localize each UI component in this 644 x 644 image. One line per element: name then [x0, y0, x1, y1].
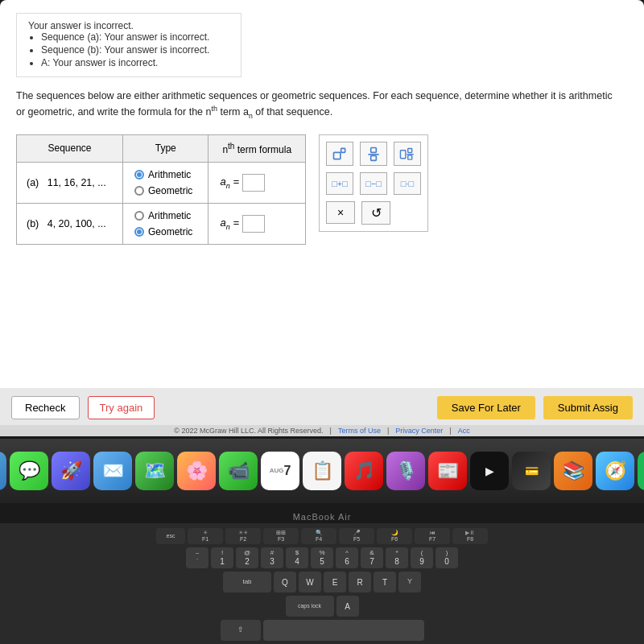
error-box: Your answer is incorrect. Sequence (a): …	[16, 13, 242, 77]
key-y[interactable]: YY	[398, 572, 421, 592]
seq-label-b: (b) 4, 20, 100, ...	[17, 203, 123, 244]
instructions: The sequences below are either arithmeti…	[16, 89, 628, 122]
key-1[interactable]: !1	[211, 547, 233, 568]
radio-geometric-a[interactable]: Geometric	[134, 185, 192, 196]
key-f6[interactable]: 🌙F6	[377, 528, 412, 544]
key-f5[interactable]: 🎤F5	[339, 528, 374, 544]
formula-prefix-b: an =	[220, 217, 239, 231]
dock-appletv[interactable]: ▶	[470, 452, 509, 490]
key-e[interactable]: E	[324, 572, 346, 592]
dock-music[interactable]: 🎵	[345, 452, 383, 490]
col-sequence: Sequence	[17, 134, 123, 162]
dock-calendar[interactable]: AUG7	[261, 452, 299, 490]
formula-input-b[interactable]	[242, 215, 265, 233]
tools-row-1	[326, 142, 421, 166]
key-f8[interactable]: ▶⏸F8	[452, 528, 488, 544]
try-again-button[interactable]: Try again	[88, 396, 155, 419]
submit-button[interactable]: Submit Assig	[543, 396, 633, 419]
geometric-label-b: Geometric	[148, 226, 192, 237]
key-caps[interactable]: caps lock	[286, 596, 334, 617]
key-8[interactable]: *8	[386, 547, 408, 568]
radio-arithmetic-b[interactable]: Arithmetic	[134, 210, 191, 221]
error-item-3: A: Your answer is incorrect.	[41, 57, 229, 68]
superscript-tool[interactable]	[326, 142, 353, 166]
svg-rect-4	[371, 155, 377, 160]
dock-spotify[interactable]: 🎶	[638, 452, 644, 490]
key-2[interactable]: @2	[236, 547, 258, 568]
error-item-1: Sequence (a): Your answer is incorrect.	[41, 31, 229, 43]
dock-mail[interactable]: ✉️	[93, 452, 132, 490]
key-space[interactable]	[263, 620, 424, 641]
radio-dot-arithmetic-b	[134, 211, 144, 221]
dock-facetime[interactable]: 📹	[219, 452, 258, 490]
formula-cell-a: an =	[208, 162, 306, 203]
clear-button[interactable]: ×	[326, 201, 355, 224]
geometric-label-a: Geometric	[148, 185, 192, 196]
arithmetic-label-a: Arithmetic	[148, 169, 191, 180]
dock-wallet[interactable]: 💳	[512, 452, 551, 490]
dock-books[interactable]: 📚	[554, 452, 592, 490]
undo-button[interactable]: ↺	[361, 201, 390, 225]
key-0[interactable]: )0	[436, 547, 458, 568]
save-later-button[interactable]: Save For Later	[437, 396, 535, 419]
key-9[interactable]: (9	[411, 547, 433, 568]
key-3[interactable]: #3	[261, 547, 283, 568]
bottom-bar: Recheck Try again Save For Later Submit …	[0, 388, 644, 427]
add-tool[interactable]: □+□	[326, 172, 353, 195]
dock-finder[interactable]: 🔵	[0, 452, 6, 490]
dock-maps[interactable]: 🗺️	[135, 452, 174, 490]
footer-sep-1: |	[330, 427, 332, 435]
svg-rect-8	[408, 155, 412, 159]
formula-cell-b: an =	[208, 203, 306, 244]
acc-link[interactable]: Acc	[458, 427, 470, 435]
key-t[interactable]: T	[374, 572, 396, 592]
tools-panel: □+□ □−□ □·□ × ↺	[319, 134, 428, 232]
dock-messages[interactable]: 💬	[10, 452, 48, 490]
key-tilde[interactable]: ~`	[186, 547, 208, 568]
terms-link[interactable]: Terms of Use	[338, 427, 381, 435]
key-a[interactable]: A	[336, 596, 359, 617]
key-esc[interactable]: esc	[156, 528, 185, 544]
key-6[interactable]: ^6	[336, 547, 358, 568]
key-f2[interactable]: ☀☀F2	[225, 528, 261, 544]
key-q[interactable]: Q	[274, 572, 296, 592]
fn-row: esc ☀F1 ☀☀F2 ⊞⊞F3 🔍F4 🎤F5 🌙F6 ⏮F7 ▶⏸F8	[6, 528, 638, 544]
formula-input-a[interactable]	[242, 174, 265, 192]
radio-arithmetic-a[interactable]: Arithmetic	[134, 169, 191, 180]
key-f7[interactable]: ⏮F7	[415, 528, 450, 544]
sequence-table: Sequence Type nth term formula (a) 11, 1…	[16, 134, 306, 245]
dock: 🔵 💬 🚀 ✉️ 🗺️ 🌸 📹 AUG7 📋 🎵 🎙️ 📰 ▶ 💳 📚 🧭 🎶	[0, 439, 644, 503]
key-w[interactable]: W	[299, 572, 321, 592]
dock-safari[interactable]: 🧭	[596, 452, 634, 490]
mixed-fraction-tool[interactable]	[394, 142, 421, 166]
key-4[interactable]: $4	[286, 547, 308, 568]
key-f1[interactable]: ☀F1	[188, 528, 223, 544]
table-row-b: (b) 4, 20, 100, ... Arithmetic G	[17, 203, 306, 244]
key-f3[interactable]: ⊞⊞F3	[263, 528, 299, 544]
tools-row-2: □+□ □−□ □·□	[326, 172, 421, 195]
key-5[interactable]: %5	[311, 547, 333, 568]
fraction-tool[interactable]	[360, 142, 387, 166]
keyboard: esc ☀F1 ☀☀F2 ⊞⊞F3 🔍F4 🎤F5 🌙F6 ⏮F7 ▶⏸F8 ~…	[0, 523, 644, 644]
error-header: Your answer is incorrect.	[28, 20, 229, 31]
key-7[interactable]: &7	[361, 547, 383, 568]
key-r[interactable]: R	[349, 572, 371, 592]
dock-launchpad[interactable]: 🚀	[52, 452, 90, 490]
number-row: ~` !1 @2 #3 $4 %5 ^6 &7 *8 (9 )0	[6, 547, 638, 568]
qwerty-row: tab Q W E R T YY	[6, 572, 638, 592]
subtract-tool[interactable]: □−□	[360, 172, 387, 195]
dock-podcasts[interactable]: 🎙️	[386, 452, 425, 490]
radio-geometric-b[interactable]: Geometric	[134, 226, 192, 237]
recheck-button[interactable]: Recheck	[11, 396, 80, 419]
error-item-2: Sequence (b): Your answer is incorrect.	[41, 44, 229, 56]
key-shift-l[interactable]: ⇧	[221, 620, 261, 641]
key-tab[interactable]: tab	[223, 572, 271, 592]
svg-rect-6	[408, 148, 412, 152]
dock-news[interactable]: 📰	[428, 452, 467, 490]
dock-photos[interactable]: 🌸	[177, 452, 216, 490]
dock-reminders[interactable]: 📋	[303, 452, 341, 490]
footer: © 2022 McGraw Hill LLC. All Rights Reser…	[0, 425, 644, 436]
privacy-link[interactable]: Privacy Center	[395, 427, 443, 435]
multiply-tool[interactable]: □·□	[394, 172, 421, 195]
key-f4[interactable]: 🔍F4	[301, 528, 336, 544]
